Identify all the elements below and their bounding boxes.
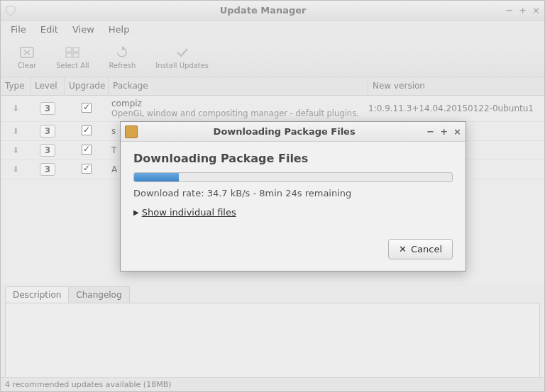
download-rate-text: Download rate: 34.7 kB/s - 8min 24s rema… — [133, 188, 453, 198]
main-window: Update Manager − + × File Edit View Help… — [0, 0, 545, 392]
close-icon: ✕ — [399, 244, 407, 254]
cancel-button[interactable]: ✕ Cancel — [388, 239, 453, 259]
package-icon — [125, 125, 138, 138]
dialog-title: Downloading Package Files — [142, 126, 426, 137]
dialog-maximize-button[interactable]: + — [440, 126, 448, 137]
progress-bar — [133, 172, 453, 182]
progress-fill — [134, 173, 179, 181]
dialog-close-button[interactable]: × — [453, 126, 461, 137]
dialog-minimize-button[interactable]: − — [426, 126, 434, 137]
expander-label: Show individual files — [142, 207, 236, 218]
dialog-titlebar: Downloading Package Files − + × — [121, 122, 466, 142]
cancel-label: Cancel — [411, 244, 442, 254]
show-files-expander[interactable]: ▶ Show individual files — [133, 207, 453, 218]
download-dialog: Downloading Package Files − + × Download… — [120, 121, 466, 271]
chevron-right-icon: ▶ — [133, 208, 139, 216]
dialog-heading: Downloading Package Files — [133, 152, 453, 165]
